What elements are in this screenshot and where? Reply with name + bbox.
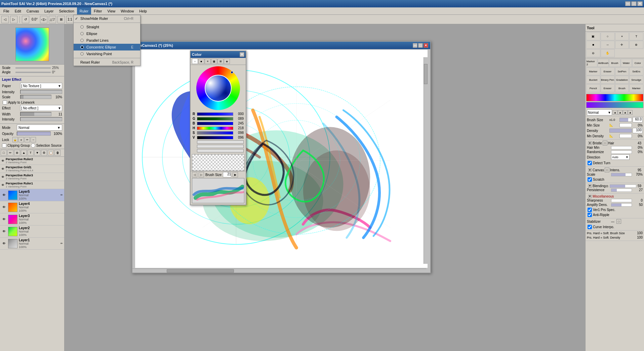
angle-slider[interactable] [15, 72, 51, 73]
ruler-item-grid1[interactable]: 👁 Perspective Grid1 3 Vanishing Point·4,… [0, 165, 64, 173]
stabilizer-toggle[interactable]: □ [616, 219, 621, 224]
brush2-btn[interactable]: Brush [615, 84, 629, 92]
menu-selection[interactable]: Selection [56, 7, 77, 14]
ruler-show-hide[interactable]: ✓ Show/Hide Ruler Ctrl+R [74, 15, 140, 22]
layer1-eye[interactable]: 👁 [1, 241, 7, 246]
tool-transform[interactable]: ↔ [601, 41, 615, 49]
brush-size-bottom-value[interactable]: 21 [223, 172, 231, 177]
scratch-check[interactable] [588, 177, 592, 182]
canvas-min-btn[interactable]: — [413, 43, 417, 48]
binary-pen-btn[interactable]: Binary Pen [601, 76, 615, 84]
tool-text[interactable]: T [629, 32, 643, 40]
color-next-btn[interactable]: ▷ [199, 172, 204, 177]
tool-hand[interactable]: ✋ [601, 49, 615, 57]
extra-track3[interactable] [197, 149, 244, 152]
color-tab-mixer[interactable]: ⊞ [217, 59, 224, 64]
rotate-btn[interactable]: ↺ [22, 16, 29, 23]
s-track[interactable] [197, 131, 233, 135]
gradation-btn[interactable]: Gradation [615, 76, 629, 84]
clipping-group-check[interactable] [2, 143, 6, 148]
color-tab-wheel[interactable]: ○ [192, 59, 198, 64]
menu-help[interactable]: Help [136, 7, 150, 14]
brush-mode-dropdown[interactable]: Normal ▼ [587, 109, 612, 115]
menu-filter[interactable]: Filter [91, 7, 105, 14]
selers-btn[interactable]: SelErs [629, 67, 643, 75]
flip-v-btn[interactable]: △▽ [49, 16, 56, 23]
persistence-slider[interactable] [611, 188, 632, 192]
hair-min-slider[interactable] [611, 146, 632, 149]
bristle-toggle-btn[interactable]: □ [603, 141, 607, 145]
layer-delete-btn[interactable]: 🗑 [54, 150, 61, 156]
direction-dropdown[interactable]: Auto ▼ [611, 154, 630, 160]
water-btn[interactable]: Water [621, 59, 632, 67]
color-wheel-area[interactable] [191, 65, 246, 111]
canvas-vscroll[interactable] [424, 57, 428, 264]
100pct-btn[interactable]: 1:1 [66, 16, 74, 23]
min-density-slider[interactable] [619, 134, 632, 138]
canvas-content[interactable] [135, 50, 428, 268]
marker2-btn[interactable]: Marker 2 [586, 59, 597, 67]
airbrush-btn[interactable]: AirBrush [598, 59, 609, 67]
hscroll-thumb[interactable] [167, 269, 234, 273]
scale-slider[interactable] [15, 67, 51, 69]
tool-zoom-in[interactable]: ⊕ [629, 41, 643, 49]
pencil-btn[interactable]: Pencil [586, 84, 600, 92]
minimize-button[interactable]: — [625, 1, 631, 6]
b-track[interactable] [197, 122, 233, 125]
color-wheel-inner[interactable] [205, 75, 232, 102]
menu-window[interactable]: Window [118, 7, 136, 14]
apply-linework-check[interactable] [3, 100, 7, 105]
layer-item-1[interactable]: 👁 Layer1 Normal100% ✏ [0, 238, 64, 250]
curve-interpo-check[interactable] [588, 225, 592, 229]
tool-select[interactable]: ▣ [586, 32, 600, 40]
selpen-btn[interactable]: SelPen [615, 67, 629, 75]
width-slider[interactable] [20, 112, 51, 116]
selection-source-radio[interactable] [31, 143, 35, 148]
blending-slider[interactable] [610, 184, 636, 188]
color-swatch-bar[interactable] [586, 94, 643, 101]
canvas-expand[interactable]: ▼ [588, 168, 592, 172]
color-gradient-bar[interactable] [586, 102, 643, 108]
detect-turn-check[interactable] [588, 161, 592, 165]
color-dialog-close[interactable]: ✕ [240, 52, 244, 57]
ver1-prs-check[interactable] [588, 208, 592, 212]
color-prev-btn[interactable]: ◁ [192, 172, 197, 177]
color-tab-other[interactable]: ◈ [224, 59, 230, 64]
layer-down-btn[interactable]: ▼ [34, 150, 40, 156]
color-wheel[interactable] [196, 66, 240, 110]
close-button[interactable]: ✕ [637, 1, 643, 6]
layer-options-btn[interactable]: ⊕ [14, 150, 20, 156]
nav-fwd-btn[interactable]: ▷ [10, 16, 17, 23]
canvas-close-btn[interactable]: ✕ [424, 43, 428, 48]
layer-item-4[interactable]: 👁 Layer4 Normal100% [0, 201, 64, 213]
lock-move-btn[interactable]: ↔ [31, 137, 36, 142]
canvas-scale-slider[interactable] [611, 173, 632, 176]
sharpness-slider[interactable] [611, 199, 632, 202]
layer-item-3[interactable]: 👁 Layer3 Normal100% [0, 213, 64, 225]
ruler-concentric[interactable]: Concentric Ellipse E [74, 44, 140, 50]
layer-item-5[interactable]: 👁 Layer5 Normal100% ✏ [0, 189, 64, 201]
r-track[interactable] [197, 112, 233, 116]
bucket-btn[interactable]: Bucket [586, 76, 600, 84]
h-track[interactable] [197, 127, 233, 130]
brush-size-slider[interactable] [619, 118, 632, 122]
ruler-parallel[interactable]: Parallel Lines [74, 37, 140, 44]
layer5-eye[interactable]: 👁 [1, 192, 7, 198]
layer3-eye[interactable]: 👁 [1, 217, 7, 222]
ruler-item-perspective1[interactable]: 👁 Perspective Ruler1 1 Vanishing Point [0, 181, 64, 189]
tool-lasso[interactable]: ○ [601, 32, 615, 40]
layer-up-btn[interactable]: ▲ [21, 150, 27, 156]
flip-h-btn[interactable]: ◁▷ [40, 16, 47, 23]
v-track[interactable] [197, 136, 233, 139]
extra-track2[interactable] [197, 145, 244, 148]
effect-dropdown[interactable]: [ No effect ] ▼ [20, 105, 62, 111]
color-tab-rect[interactable]: ■ [198, 59, 204, 64]
misc-expand[interactable]: ▼ [588, 195, 592, 198]
layer-settings-btn[interactable]: ⚙ [41, 150, 47, 156]
ruler-reset[interactable]: Reset Ruler BackSpace, R [74, 59, 140, 66]
ruler-ellipse[interactable]: Ellipse [74, 30, 140, 37]
menu-edit[interactable]: Edit [12, 7, 24, 14]
marker3-btn[interactable]: Marker [629, 84, 643, 92]
layer4-eye[interactable]: 👁 [1, 205, 7, 210]
menu-layer[interactable]: Layer [42, 7, 56, 14]
